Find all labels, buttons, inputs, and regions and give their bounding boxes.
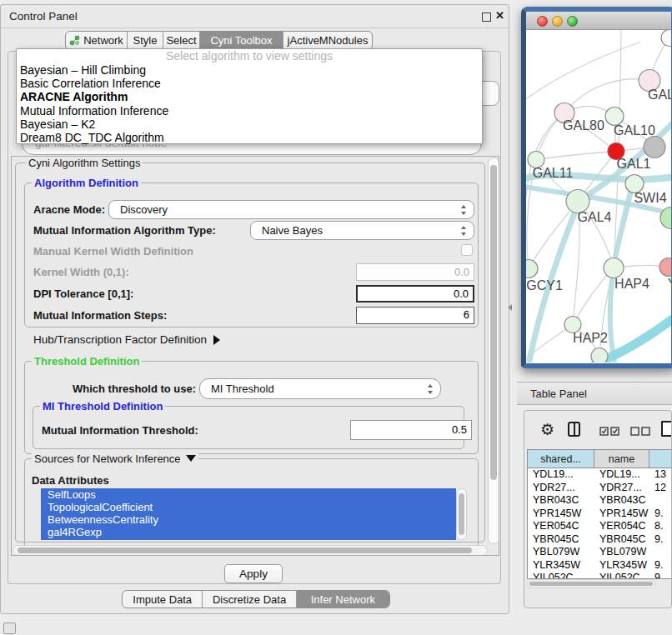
algorithm-option[interactable]: ARACNE Algorithm: [17, 90, 482, 103]
network-node[interactable]: [659, 258, 671, 277]
table-cell[interactable]: [649, 494, 672, 508]
scrollbar-thumb[interactable]: [459, 493, 464, 535]
table-cell[interactable]: YLR345W: [528, 559, 594, 572]
kernel-width-field[interactable]: 0.0: [356, 263, 474, 281]
hub-definition-toggle[interactable]: Hub/Transcription Factor Definition: [33, 333, 220, 346]
table-cell[interactable]: 9.: [649, 559, 672, 572]
network-edge[interactable]: [536, 152, 616, 160]
collapsed-panel-button[interactable]: [3, 622, 16, 634]
table-row[interactable]: YBR045CYBR045C9.: [528, 533, 672, 547]
scrollbar-thumb[interactable]: [529, 582, 653, 586]
table-cell[interactable]: YBL079W: [528, 546, 594, 559]
table-cell[interactable]: 8.: [649, 520, 672, 533]
algorithm-option[interactable]: Dream8 DC_TDC Algorithm: [17, 131, 482, 144]
float-window-icon[interactable]: [482, 12, 491, 22]
table-cell[interactable]: YIL052C: [528, 572, 594, 578]
table-cell[interactable]: 9.: [649, 508, 672, 521]
which-threshold-combo[interactable]: MI Threshold: [199, 378, 441, 399]
table-cell[interactable]: YBR045C: [594, 533, 649, 547]
tab-style[interactable]: Style: [128, 32, 163, 49]
tab-network[interactable]: Network: [66, 32, 128, 49]
settings-vscrollbar[interactable]: [488, 158, 499, 544]
table-cell[interactable]: 9.: [649, 533, 672, 547]
select-all-columns-icon[interactable]: [599, 424, 619, 439]
network-node[interactable]: [661, 30, 671, 47]
table-cell[interactable]: YPR145W: [594, 508, 649, 521]
close-icon[interactable]: ✕: [495, 9, 504, 22]
splitter-handle[interactable]: [508, 304, 512, 311]
tab-select[interactable]: Select: [163, 32, 200, 49]
tab-jactivemnodules[interactable]: jActiveMNodules: [283, 32, 372, 49]
algorithm-option[interactable]: Bayesian – Hill Climbing: [17, 63, 482, 77]
table-cell[interactable]: YDR27...: [594, 482, 649, 495]
table-row[interactable]: YIL052CYIL052C9.: [528, 572, 672, 578]
table-cell[interactable]: YDL19...: [594, 468, 649, 482]
tab-impute-data[interactable]: Impute Data: [123, 591, 203, 608]
mi-type-combo[interactable]: Naive Bayes: [250, 221, 474, 240]
deselect-all-columns-icon[interactable]: [630, 424, 650, 439]
columns-icon[interactable]: [568, 422, 580, 437]
scrollbar-thumb[interactable]: [18, 548, 472, 553]
aracne-mode-combo[interactable]: Discovery: [108, 200, 474, 219]
table-cell[interactable]: [649, 546, 672, 559]
algorithm-option[interactable]: Basic Correlation Inference: [17, 77, 482, 90]
tab-infer-network[interactable]: Infer Network: [297, 591, 389, 608]
table-cell[interactable]: YLR345W: [594, 559, 649, 572]
network-canvas[interactable]: GALGAL80GAL10GAL1GAL11SWI4GAL4GCY1HAP4YH…: [526, 30, 671, 362]
table-cell[interactable]: YIL052C: [594, 572, 649, 578]
zoom-traffic-light-icon[interactable]: [567, 16, 578, 27]
data-attributes-list[interactable]: SelfLoopsTopologicalCoefficientBetweenne…: [41, 488, 456, 540]
network-node[interactable]: [591, 348, 608, 363]
table-row[interactable]: YDR27...YDR27...12: [528, 482, 672, 495]
table-row[interactable]: YBL079WYBL079W: [528, 546, 672, 559]
table-cell[interactable]: YBR043C: [594, 494, 649, 508]
list-scrollbar[interactable]: [456, 488, 467, 540]
gear-icon[interactable]: ⚙: [540, 420, 554, 438]
source-attribute-item[interactable]: TopologicalCoefficient: [41, 501, 456, 513]
tab-discretize-data[interactable]: Discretize Data: [203, 591, 296, 608]
column-header-shared-name[interactable]: shared...: [528, 450, 594, 468]
new-table-icon[interactable]: [661, 421, 672, 437]
minimize-traffic-light-icon[interactable]: [552, 16, 563, 27]
algorithm-option[interactable]: Mutual Information Inference: [17, 104, 482, 118]
dpi-tolerance-field[interactable]: 0.0: [356, 285, 474, 302]
table-cell[interactable]: YDR27...: [528, 482, 594, 495]
source-attribute-item[interactable]: gal4RGexp: [41, 526, 456, 538]
source-attribute-item[interactable]: BetweennessCentrality: [41, 513, 456, 526]
table-cell[interactable]: YBR045C: [528, 533, 594, 547]
mi-threshold-field[interactable]: 0.5: [350, 420, 472, 440]
network-node[interactable]: [526, 260, 538, 278]
settings-hscrollbar[interactable]: [13, 545, 488, 556]
table-cell[interactable]: YER054C: [528, 520, 594, 533]
mi-steps-field[interactable]: 6: [356, 307, 474, 324]
table-row[interactable]: YLR345WYLR345W9.: [528, 559, 672, 572]
table-cell[interactable]: YBL079W: [594, 546, 649, 559]
apply-button[interactable]: Apply: [224, 564, 283, 583]
table-hscrollbar[interactable]: [527, 579, 656, 588]
manual-kernel-checkbox[interactable]: [461, 244, 473, 256]
scrollbar-thumb[interactable]: [490, 165, 497, 480]
column-header-clipped[interactable]: [649, 450, 672, 468]
table-cell[interactable]: YER054C: [594, 520, 649, 533]
network-window-titlebar[interactable]: [526, 12, 671, 30]
column-header-name[interactable]: name: [594, 450, 649, 468]
table-cell[interactable]: YPR145W: [528, 508, 594, 521]
table-cell[interactable]: YBR043C: [528, 494, 594, 508]
close-traffic-light-icon[interactable]: [537, 16, 548, 27]
table-cell[interactable]: 12: [649, 482, 672, 495]
network-edge[interactable]: [529, 202, 578, 269]
tab-cyni-toolbox[interactable]: Cyni Toolbox: [200, 32, 283, 49]
sources-toggle[interactable]: Sources for Network Inference: [32, 452, 198, 465]
table-cell[interactable]: 9.: [649, 572, 672, 578]
network-edge[interactable]: [526, 42, 640, 99]
source-attribute-item[interactable]: SelfLoops: [41, 488, 456, 501]
algorithm-option[interactable]: Bayesian – K2: [17, 118, 482, 131]
table-row[interactable]: YER054CYER054C8.: [528, 520, 672, 533]
table-row[interactable]: YPR145WYPR145W9.: [528, 508, 672, 521]
table-cell[interactable]: 13: [649, 468, 672, 482]
table-row[interactable]: YBR043CYBR043C: [528, 494, 672, 508]
network-node[interactable]: [644, 137, 665, 158]
table-row[interactable]: YDL19...YDL19...13: [528, 468, 672, 482]
table-cell[interactable]: YDL19...: [528, 468, 594, 482]
network-node[interactable]: [604, 258, 624, 278]
